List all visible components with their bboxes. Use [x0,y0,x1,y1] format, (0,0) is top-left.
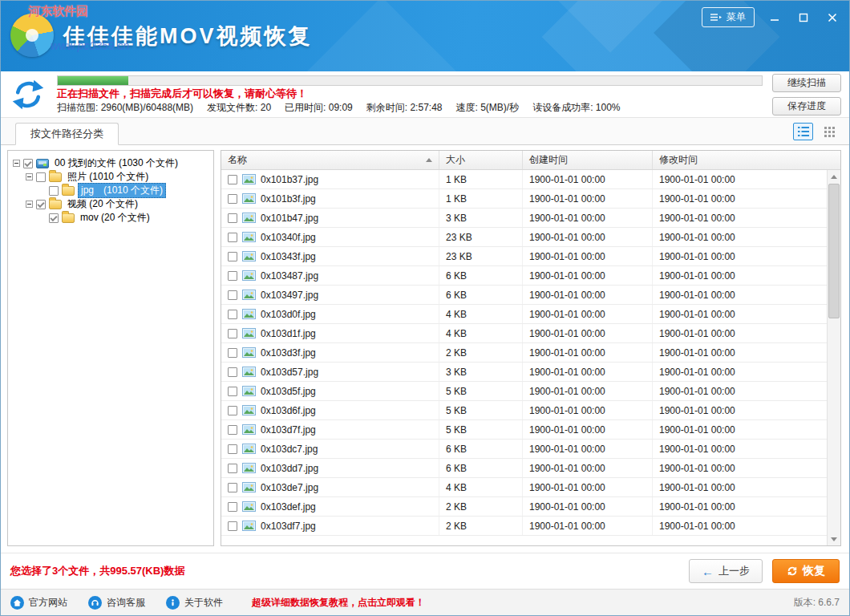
app-window: 佳佳佳能MOV视频恢复 河东软件园 www.pc0359.cn 菜单 [0,0,850,616]
expander-icon[interactable] [13,160,20,167]
scroll-down-icon [831,537,837,541]
file-row[interactable]: 0x101b37.jpg 1 KB 1900-01-01 00:00 1900-… [221,170,827,189]
file-created-time: 1900-01-01 00:00 [523,247,653,265]
file-checkbox[interactable] [228,329,237,338]
file-created-time: 1900-01-01 00:00 [523,189,653,208]
customer-service-link[interactable]: 咨询客服 [88,596,145,610]
file-checkbox[interactable] [228,290,237,300]
file-row[interactable]: 0x10340f.jpg 23 KB 1900-01-01 00:00 1900… [221,228,827,247]
file-checkbox[interactable] [228,213,237,223]
file-modified-time: 1900-01-01 00:00 [653,497,827,516]
file-row[interactable]: 0x103d57.jpg 3 KB 1900-01-01 00:00 1900-… [221,363,827,382]
grid-view-button[interactable] [820,123,840,140]
file-checkbox[interactable] [228,348,237,358]
image-file-icon [242,463,256,473]
tree-checkbox[interactable] [36,200,46,209]
column-header-created[interactable]: 创建时间 [523,151,653,169]
file-row[interactable]: 0x103d0f.jpg 4 KB 1900-01-01 00:00 1900-… [221,305,827,324]
column-header-size[interactable]: 大小 [439,151,523,169]
official-website-link[interactable]: 官方网站 [10,596,67,610]
tab-classify-by-path[interactable]: 按文件路径分类 [15,123,119,145]
file-checkbox[interactable] [228,387,237,396]
tree-item[interactable]: jpg (1010 个文件) [8,184,213,197]
image-file-icon [242,309,256,319]
recover-button[interactable]: 恢复 [772,559,840,583]
file-name: 0x103d7f.jpg [261,424,316,436]
file-row[interactable]: 0x103d1f.jpg 4 KB 1900-01-01 00:00 1900-… [221,324,827,343]
tree-item[interactable]: 视频 (20 个文件) [8,197,213,211]
file-checkbox[interactable] [228,464,237,473]
file-checkbox[interactable] [228,175,237,184]
file-name: 0x101b3f.jpg [261,193,316,205]
file-row[interactable]: 0x103d6f.jpg 5 KB 1900-01-01 00:00 1900-… [221,401,827,420]
expander-icon[interactable] [26,201,33,208]
column-header-name[interactable]: 名称 [221,151,439,169]
file-name: 0x103de7.jpg [261,482,318,493]
file-checkbox[interactable] [228,521,237,531]
home-icon [10,596,24,610]
save-progress-button[interactable]: 保存进度 [772,97,841,116]
file-row[interactable]: 0x103df7.jpg 2 KB 1900-01-01 00:00 1900-… [221,517,827,536]
list-view-button[interactable] [793,123,813,140]
file-row[interactable]: 0x103497.jpg 6 KB 1900-01-01 00:00 1900-… [221,286,827,305]
file-row[interactable]: 0x103de7.jpg 4 KB 1900-01-01 00:00 1900-… [221,478,827,497]
file-checkbox[interactable] [228,252,237,261]
file-checkbox[interactable] [228,444,237,454]
view-toggles [793,123,840,140]
file-row[interactable]: 0x101b3f.jpg 1 KB 1900-01-01 00:00 1900-… [221,189,827,209]
app-logo-icon [10,14,54,57]
tree-item[interactable]: 照片 (1010 个文件) [8,170,213,184]
file-row[interactable]: 0x101b47.jpg 3 KB 1900-01-01 00:00 1900-… [221,209,827,228]
scroll-up-button[interactable] [828,170,840,183]
expander-icon[interactable] [26,173,33,180]
tree-checkbox[interactable] [49,186,59,196]
file-name: 0x101b37.jpg [261,174,318,185]
file-row[interactable]: 0x103d3f.jpg 2 KB 1900-01-01 00:00 1900-… [221,343,827,363]
recover-label: 恢复 [803,564,825,578]
tutorial-promo-link[interactable]: 超级详细数据恢复教程，点击立即观看！ [252,596,425,610]
tree-item[interactable]: 00 找到的文件 (1030 个文件) [8,156,213,170]
file-table-header: 名称 大小 创建时间 修改时间 [221,151,840,170]
file-checkbox[interactable] [228,483,237,492]
file-row[interactable]: 0x103487.jpg 6 KB 1900-01-01 00:00 1900-… [221,266,827,286]
file-created-time: 1900-01-01 00:00 [523,228,653,246]
file-row[interactable]: 0x103def.jpg 2 KB 1900-01-01 00:00 1900-… [221,497,827,517]
file-checkbox[interactable] [228,310,237,319]
folder-tree-panel: 00 找到的文件 (1030 个文件) 照片 (1010 个文件) jpg (1… [7,150,214,546]
file-checkbox[interactable] [228,271,237,281]
menu-button[interactable]: 菜单 [702,7,755,27]
table-scrollbar[interactable] [827,170,840,545]
scan-stat: 剩余时间: 2:57:48 [366,102,443,114]
tree-checkbox[interactable] [23,159,33,168]
file-row[interactable]: 0x103d7f.jpg 5 KB 1900-01-01 00:00 1900-… [221,420,827,440]
continue-scan-button[interactable]: 继续扫描 [772,74,841,92]
minimize-button[interactable] [766,10,783,25]
file-checkbox[interactable] [228,502,237,512]
file-row[interactable]: 0x103d5f.jpg 5 KB 1900-01-01 00:00 1900-… [221,382,827,401]
image-file-icon [242,501,256,512]
about-software-link[interactable]: 关于软件 [166,596,223,610]
file-row[interactable]: 0x103dd7.jpg 6 KB 1900-01-01 00:00 1900-… [221,459,827,478]
tree-item[interactable]: mov (20 个文件) [8,211,213,225]
scrollbar-thumb[interactable] [828,184,840,318]
previous-step-button[interactable]: ← 上一步 [689,559,763,583]
tree-checkbox[interactable] [36,172,46,182]
file-row[interactable]: 0x10343f.jpg 23 KB 1900-01-01 00:00 1900… [221,247,827,266]
file-checkbox[interactable] [228,406,237,415]
file-checkbox[interactable] [228,233,237,242]
column-header-modified[interactable]: 修改时间 [653,151,840,169]
file-checkbox[interactable] [228,194,237,204]
file-modified-time: 1900-01-01 00:00 [653,420,827,439]
scan-stat: 扫描范围: 2960(MB)/60488(MB) [57,102,193,114]
file-checkbox[interactable] [228,425,237,435]
file-row[interactable]: 0x103dc7.jpg 6 KB 1900-01-01 00:00 1900-… [221,440,827,459]
file-name: 0x10343f.jpg [261,251,316,262]
scroll-down-button[interactable] [828,533,840,545]
file-size: 1 KB [439,170,523,188]
file-checkbox[interactable] [228,367,237,377]
tree-checkbox[interactable] [49,213,59,223]
maximize-button[interactable] [795,10,812,25]
file-table-body: 0x101b37.jpg 1 KB 1900-01-01 00:00 1900-… [221,170,827,545]
file-created-time: 1900-01-01 00:00 [523,209,653,227]
close-button[interactable] [824,10,841,25]
